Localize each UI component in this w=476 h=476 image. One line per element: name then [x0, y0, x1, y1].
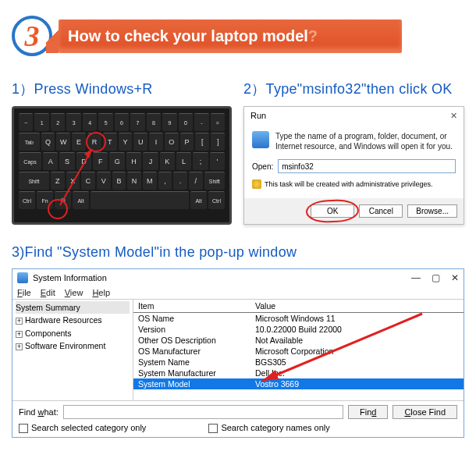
menu-bar: File Edit View Help: [12, 286, 464, 299]
key: 1: [34, 113, 48, 131]
run-title: Run: [250, 111, 266, 121]
key: G: [109, 152, 124, 170]
table-row[interactable]: Other OS DescriptionNot Available: [133, 335, 464, 346]
key: P: [180, 133, 194, 151]
run-icon: [252, 131, 269, 148]
key: 3: [66, 113, 80, 131]
key-caps: Caps: [19, 152, 41, 170]
menu-view[interactable]: View: [65, 288, 83, 297]
info-table: Item Value OS NameMicrosoft Windows 11 V…: [133, 300, 464, 400]
checkbox-icon: [19, 424, 28, 433]
key: D: [76, 152, 91, 170]
minimize-icon[interactable]: —: [411, 272, 421, 283]
close-icon[interactable]: ✕: [451, 272, 459, 283]
key-r: R: [87, 133, 101, 151]
run-dialog: Run ✕ Type the name of a program, folder…: [243, 106, 464, 225]
find-panel: Find what: Find Close Find Search select…: [12, 400, 464, 437]
privilege-text: This task will be created with administr…: [265, 180, 433, 188]
key: Z: [51, 172, 65, 190]
key: E: [72, 133, 86, 151]
key: B: [112, 172, 126, 190]
browse-button[interactable]: Browse...: [407, 204, 457, 218]
key: X: [66, 172, 80, 190]
find-input[interactable]: [63, 405, 343, 419]
table-row-system-model[interactable]: System ModelVostro 3669: [133, 378, 464, 389]
expand-icon[interactable]: +: [16, 331, 23, 338]
key-ctrl: Ctrl: [19, 191, 35, 209]
key-space: [91, 191, 189, 209]
key-shift: Shift: [204, 172, 226, 190]
ok-button[interactable]: OK: [311, 204, 354, 218]
key-windows: ⊞: [55, 191, 71, 209]
key: 0: [179, 113, 193, 131]
key: J: [143, 152, 158, 170]
table-row[interactable]: System NameBGS305: [133, 357, 464, 368]
search-selected-checkbox[interactable]: Search selected category only: [19, 423, 146, 433]
category-tree: System Summary +Hardware Resources +Comp…: [12, 300, 133, 400]
key: 6: [115, 113, 129, 131]
key: Y: [119, 133, 133, 151]
key: K: [160, 152, 175, 170]
keyboard-image: ~ 1 2 3 4 5 6 7 8 9 0 - = Tab Q W E R T: [12, 106, 232, 225]
window-title: System Information: [33, 273, 107, 282]
find-button[interactable]: Find: [348, 405, 388, 419]
open-input[interactable]: [278, 159, 456, 173]
key: ]: [211, 133, 225, 151]
expand-icon[interactable]: +: [16, 318, 23, 325]
menu-file[interactable]: File: [17, 288, 31, 297]
tree-item-software[interactable]: +Software Environment: [16, 339, 130, 352]
close-icon[interactable]: ✕: [450, 111, 457, 121]
maximize-icon[interactable]: ▢: [432, 272, 440, 283]
key: N: [127, 172, 141, 190]
close-find-button[interactable]: Close Find: [393, 405, 457, 419]
tree-item-hardware[interactable]: +Hardware Resources: [16, 314, 130, 326]
key: ': [210, 152, 225, 170]
key-shift: Shift: [19, 172, 49, 190]
key: M: [143, 172, 157, 190]
table-row[interactable]: OS NameMicrosoft Windows 11: [133, 313, 464, 324]
tree-item-components[interactable]: +Components: [16, 327, 130, 339]
step-number: 3: [25, 19, 40, 53]
key: ;: [193, 152, 208, 170]
key: 4: [83, 113, 97, 131]
key: T: [103, 133, 117, 151]
key: .: [173, 172, 187, 190]
key: ~: [19, 113, 33, 131]
column-header-value: Value: [250, 300, 464, 312]
key: S: [59, 152, 74, 170]
ok-highlight: OK: [311, 204, 354, 218]
key: Q: [41, 133, 55, 151]
banner: How to check your laptop model?: [59, 20, 402, 53]
key: V: [97, 172, 111, 190]
key-alt: Alt: [73, 191, 89, 209]
key: 5: [98, 113, 112, 131]
column-header-item: Item: [133, 300, 250, 312]
sysinfo-icon: [17, 272, 28, 283]
search-names-checkbox[interactable]: Search category names only: [208, 423, 329, 433]
table-row[interactable]: OS ManufacturerMicrosoft Corporation: [133, 346, 464, 357]
expand-icon[interactable]: +: [16, 343, 23, 350]
key: I: [149, 133, 163, 151]
key-alt: Alt: [190, 191, 207, 209]
menu-edit[interactable]: Edit: [41, 288, 55, 297]
step3-title: 3)Find "System Model"in the pop-up windo…: [12, 244, 464, 261]
key: 8: [147, 113, 161, 131]
key: ,: [158, 172, 172, 190]
menu-help[interactable]: Help: [92, 288, 110, 297]
banner-question-mark: ?: [308, 27, 318, 44]
key: W: [56, 133, 70, 151]
table-row[interactable]: Version10.0.22000 Build 22000: [133, 324, 464, 335]
key: L: [176, 152, 191, 170]
key-tab: Tab: [19, 133, 40, 151]
table-row[interactable]: System ManufacturerDell Inc.: [133, 368, 464, 378]
key: -: [194, 113, 208, 131]
key: H: [126, 152, 141, 170]
key: 7: [130, 113, 144, 131]
tree-item-system-summary[interactable]: System Summary: [16, 301, 130, 314]
find-label: Find what:: [19, 407, 59, 417]
key: =: [211, 113, 225, 131]
key: A: [43, 152, 58, 170]
key: U: [133, 133, 147, 151]
cancel-button[interactable]: Cancel: [359, 204, 403, 218]
run-description: Type the name of a program, folder, docu…: [275, 131, 456, 151]
